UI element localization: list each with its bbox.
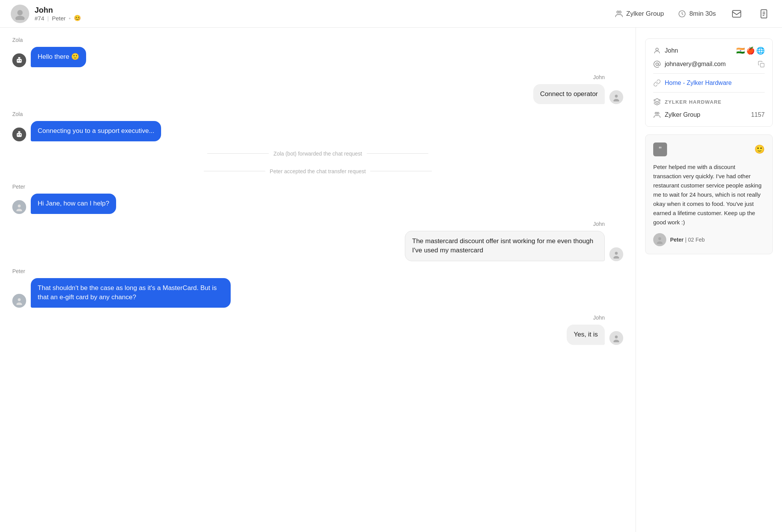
mail-button[interactable]	[730, 7, 744, 21]
agent-name: Peter	[52, 15, 66, 22]
system-message-text: Peter accepted the chat transfer request	[270, 168, 366, 174]
timer-info: 8min 30s	[678, 10, 716, 18]
icon-chrome: 🌐	[756, 46, 765, 55]
chat-bubble: The mastercard discount offer isnt worki…	[405, 231, 605, 261]
chat-panel: Zola Hello there 🙂 John	[0, 28, 636, 532]
at-icon	[653, 60, 661, 68]
layers-icon	[653, 98, 661, 106]
header-right: Zylker Group 8min 30s	[615, 7, 771, 21]
message-sender: Zola	[12, 111, 623, 117]
reviewer-name: Peter	[670, 237, 684, 243]
svg-rect-17	[17, 133, 22, 137]
user-info-card: John 🇮🇳 🍎 🌐 johnavery@gmail.com	[645, 38, 773, 127]
notes-button[interactable]	[757, 7, 771, 21]
svg-point-26	[18, 298, 20, 301]
svg-point-30	[656, 48, 659, 51]
svg-point-3	[619, 11, 621, 13]
message-row: Hi Jane, how can I help?	[12, 194, 623, 214]
user-name-row: John 🇮🇳 🍎 🌐	[653, 46, 765, 55]
user-avatar	[609, 331, 623, 345]
svg-point-16	[614, 99, 619, 101]
page-link[interactable]: Home - Zylker Hardware	[665, 80, 732, 86]
email-row: johnavery@gmail.com	[653, 60, 765, 68]
svg-point-18	[18, 134, 19, 135]
company-row: ZYLKER HARDWARE	[653, 98, 765, 106]
ticket-id: #74	[35, 15, 44, 22]
message-row: Yes, it is	[12, 325, 623, 345]
review-date: 02 Feb	[688, 237, 705, 243]
group-row: Zylker Group 1157	[653, 111, 765, 119]
header-left: John #74 | Peter • 😊	[11, 5, 615, 23]
divider	[653, 73, 765, 74]
header-emoji: 😊	[74, 15, 81, 22]
email-text: johnavery@gmail.com	[665, 61, 754, 68]
group-name: Zylker Group	[626, 10, 664, 18]
timer-value: 8min 30s	[689, 10, 716, 18]
svg-point-1	[15, 16, 25, 20]
system-message-text: Zola (bot) forwarded the chat request	[273, 151, 362, 157]
copy-email-button[interactable]	[758, 61, 765, 68]
system-message: Zola (bot) forwarded the chat request	[12, 151, 623, 157]
svg-point-31	[656, 63, 659, 66]
quote-icon: "	[653, 143, 667, 156]
svg-rect-5	[732, 10, 741, 17]
message-group: Zola Connecting you to a support executi…	[12, 111, 623, 141]
message-row: That shouldn't be the case as long as it…	[12, 278, 623, 308]
svg-point-25	[614, 256, 619, 258]
person-icon	[653, 47, 661, 55]
link-icon	[653, 79, 661, 87]
agent-avatar	[12, 294, 26, 308]
link-row: Home - Zylker Hardware	[653, 79, 765, 87]
user-name-text: John	[665, 47, 732, 54]
system-message: Peter accepted the chat transfer request	[12, 168, 623, 174]
svg-point-29	[614, 340, 619, 342]
user-avatar	[11, 5, 29, 23]
message-row: Connect to operator	[12, 84, 623, 104]
chat-header: John #74 | Peter • 😊 Zylker Group 8min 3…	[0, 0, 782, 28]
flag-india: 🇮🇳	[736, 46, 745, 55]
message-row: The mastercard discount offer isnt worki…	[12, 231, 623, 261]
bot-avatar	[12, 53, 26, 67]
message-group: John Yes, it is	[12, 315, 623, 345]
review-card: " 🙂 Peter helped me with a discount tran…	[645, 134, 773, 254]
message-sender: John	[12, 315, 605, 321]
message-sender: Peter	[12, 268, 623, 274]
icon-apple: 🍎	[746, 46, 755, 55]
clock-icon	[678, 10, 686, 18]
svg-point-24	[615, 252, 617, 254]
group-name-row: Zylker Group	[653, 111, 700, 119]
header-user-name: John	[35, 6, 81, 15]
svg-point-27	[17, 303, 22, 305]
group-count: 1157	[751, 111, 765, 118]
main-content: Zola Hello there 🙂 John	[0, 28, 782, 532]
svg-rect-20	[18, 131, 20, 133]
svg-point-12	[20, 60, 21, 61]
svg-point-11	[18, 60, 19, 61]
chat-bubble: Connect to operator	[533, 84, 605, 104]
message-sender: Zola	[12, 37, 623, 43]
svg-rect-32	[760, 63, 764, 67]
message-sender: John	[12, 74, 605, 80]
chat-bubble: That shouldn't be the case as long as it…	[31, 278, 231, 308]
svg-point-15	[615, 95, 617, 98]
svg-marker-33	[654, 99, 661, 102]
header-user-info: John #74 | Peter • 😊	[35, 6, 81, 22]
message-row: Connecting you to a support executive...	[12, 121, 623, 141]
message-sender: John	[12, 221, 605, 227]
svg-point-37	[657, 242, 663, 244]
message-group: Peter Hi Jane, how can I help?	[12, 184, 623, 214]
review-footer: Peter | 02 Feb	[653, 233, 765, 246]
message-row: Hello there 🙂	[12, 47, 623, 67]
review-emoji: 🙂	[754, 144, 765, 154]
chat-bubble: Hi Jane, how can I help?	[31, 194, 116, 214]
user-flags: 🇮🇳 🍎 🌐	[736, 46, 765, 55]
message-group: Zola Hello there 🙂	[12, 37, 623, 67]
svg-point-23	[17, 209, 22, 211]
agent-avatar	[12, 200, 26, 214]
group-icon	[615, 10, 623, 18]
svg-point-35	[657, 112, 659, 114]
group-info: Zylker Group	[615, 10, 664, 18]
user-avatar	[609, 90, 623, 104]
svg-point-36	[658, 237, 661, 240]
svg-point-28	[615, 335, 617, 338]
